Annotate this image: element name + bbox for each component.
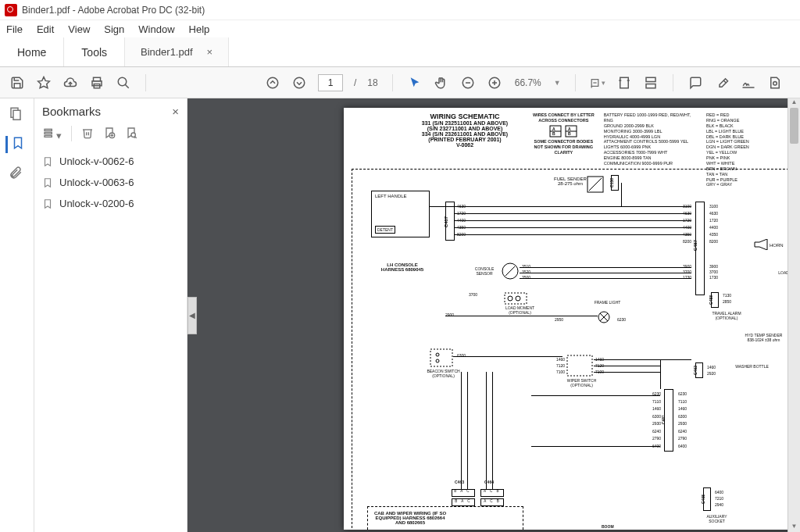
close-panel-icon[interactable]: × <box>172 105 179 118</box>
svg-line-6 <box>125 84 129 88</box>
cloud-upload-icon[interactable] <box>62 75 78 91</box>
bookmark-label: Unlock-v-0063-6 <box>59 177 134 188</box>
svg-rect-19 <box>646 77 655 81</box>
window-titlebar: Binder1.pdf - Adobe Acrobat Pro DC (32-b… <box>0 0 800 20</box>
menu-bar: File Edit View Sign Window Help <box>0 20 800 37</box>
bookmark-item[interactable]: Unlock-v-0063-6 <box>39 172 182 193</box>
separator <box>392 74 393 91</box>
tab-document[interactable]: Binder1.pdf × <box>125 37 229 66</box>
svg-rect-50 <box>567 355 592 376</box>
svg-text:B: B <box>552 131 555 136</box>
svg-rect-24 <box>13 110 20 120</box>
find-bookmark-icon[interactable] <box>125 127 138 141</box>
comment-icon[interactable] <box>688 75 703 91</box>
bookmarks-toolbar: ▾ <box>34 123 187 149</box>
separator <box>673 74 673 91</box>
svg-point-48 <box>436 353 439 356</box>
zoom-value[interactable]: 66.7% <box>515 77 541 88</box>
main-area: Bookmarks × ▾ Unlock-v-0062-6 Unlock-v-0… <box>0 98 800 532</box>
hand-tool-icon[interactable] <box>434 75 449 91</box>
tab-document-label: Binder1.pdf <box>141 46 193 58</box>
svg-marker-0 <box>38 77 50 87</box>
bookmark-item[interactable]: Unlock-v-0062-6 <box>39 151 182 172</box>
svg-rect-27 <box>45 135 52 137</box>
svg-point-31 <box>131 133 135 137</box>
bookmarks-panel: Bookmarks × ▾ Unlock-v-0062-6 Unlock-v-0… <box>34 98 188 532</box>
page-down-icon[interactable] <box>291 75 307 91</box>
tab-strip: Home Tools Binder1.pdf × <box>0 37 800 67</box>
new-bookmark-icon[interactable] <box>103 127 116 141</box>
close-tab-icon[interactable]: × <box>207 46 213 58</box>
scrollbar-thumb[interactable] <box>790 108 798 144</box>
collapse-panel-icon[interactable]: ◀ <box>188 297 197 334</box>
attachments-icon[interactable] <box>9 166 26 183</box>
bookmark-label: Unlock-v-0200-6 <box>59 198 134 209</box>
svg-rect-26 <box>45 132 52 134</box>
bookmarks-icon[interactable] <box>5 136 23 153</box>
svg-rect-20 <box>646 84 655 87</box>
bookmark-options-icon[interactable]: ▾ <box>42 127 62 141</box>
select-tool-icon[interactable] <box>407 75 423 91</box>
svg-point-7 <box>267 77 278 88</box>
page-total: 18 <box>367 77 377 88</box>
svg-rect-47 <box>430 349 452 366</box>
svg-point-22 <box>773 81 777 85</box>
menu-edit[interactable]: Edit <box>37 23 54 35</box>
vertical-scrollbar[interactable]: ▲ ▼ <box>788 98 800 532</box>
zoom-dropdown-icon[interactable]: ▼ <box>554 79 561 87</box>
fit-page-icon[interactable] <box>616 75 632 91</box>
svg-point-45 <box>516 296 520 301</box>
svg-rect-16 <box>620 77 628 88</box>
menu-view[interactable]: View <box>68 23 90 35</box>
page-separator: / <box>354 77 356 88</box>
sign-icon[interactable] <box>741 75 756 91</box>
tab-tools[interactable]: Tools <box>64 37 125 66</box>
page-up-icon[interactable] <box>265 75 280 91</box>
svg-point-8 <box>294 77 305 88</box>
zoom-in-icon[interactable] <box>487 75 502 91</box>
page-number-input[interactable] <box>318 74 343 91</box>
scroll-down-icon[interactable]: ▼ <box>788 523 800 532</box>
highlight-icon[interactable] <box>714 75 730 91</box>
zoom-out-icon[interactable] <box>460 75 476 91</box>
bookmark-label: Unlock-v-0062-6 <box>59 155 134 167</box>
svg-point-5 <box>118 77 127 86</box>
scroll-up-icon[interactable]: ▲ <box>788 98 800 108</box>
window-title: Binder1.pdf - Adobe Acrobat Pro DC (32-b… <box>22 5 205 16</box>
menu-sign[interactable]: Sign <box>104 23 124 35</box>
menu-help[interactable]: Help <box>189 23 210 35</box>
schematic-title: WIRING SCHEMATIC <box>406 112 523 120</box>
app-icon <box>5 4 17 16</box>
toolbar: / 18 66.7%▼ ▾ <box>0 67 800 98</box>
document-viewport[interactable]: ◀ WIRING SCHEMATIC 331 (S/N 232511001 AN… <box>188 98 800 532</box>
thumbnails-icon[interactable] <box>9 106 26 123</box>
separator <box>575 74 576 91</box>
bookmarks-list: Unlock-v-0062-6 Unlock-v-0063-6 Unlock-v… <box>34 149 187 216</box>
scroll-mode-icon[interactable] <box>643 75 659 91</box>
search-icon[interactable] <box>116 75 131 91</box>
star-icon[interactable] <box>36 75 52 91</box>
pdf-page: WIRING SCHEMATIC 331 (S/N 232511001 AND … <box>344 108 800 530</box>
tab-home[interactable]: Home <box>0 37 64 66</box>
delete-bookmark-icon[interactable] <box>81 127 94 141</box>
bookmarks-title: Bookmarks <box>42 105 101 118</box>
menu-window[interactable]: Window <box>138 23 174 35</box>
save-icon[interactable] <box>9 75 25 91</box>
fit-width-icon[interactable]: ▾ <box>590 75 605 91</box>
svg-line-32 <box>135 136 137 137</box>
separator <box>145 74 146 91</box>
svg-point-44 <box>508 296 512 301</box>
svg-text:B: B <box>568 131 571 136</box>
nav-rail <box>0 98 34 532</box>
stamp-icon[interactable] <box>767 75 783 91</box>
menu-file[interactable]: File <box>6 23 23 35</box>
print-icon[interactable] <box>89 75 105 91</box>
bookmark-item[interactable]: Unlock-v-0200-6 <box>39 193 182 214</box>
svg-point-49 <box>436 359 439 362</box>
svg-rect-25 <box>45 129 52 130</box>
